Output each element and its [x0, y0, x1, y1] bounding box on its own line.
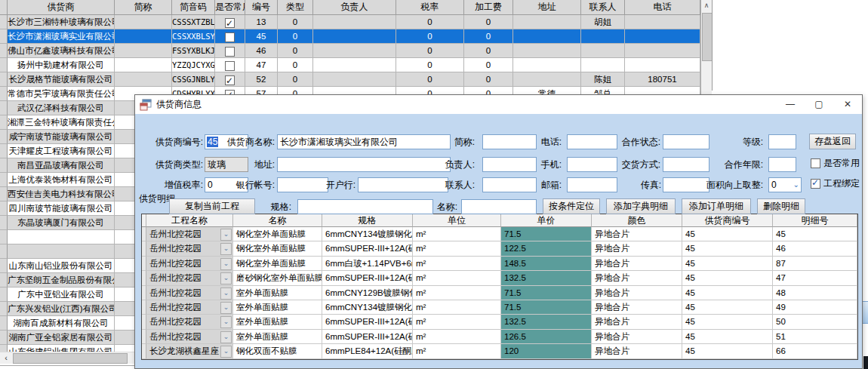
cell-name[interactable]: 武汉亿泽科技有限公司 [8, 101, 115, 115]
spec-cell[interactable]: 6mm白玻+1.14PVB+6mm... [322, 257, 413, 271]
cell-name[interactable]: 四川南玻节能玻璃有限公司 [8, 201, 115, 216]
column-header-name[interactable]: 供货商 [8, 0, 115, 15]
name-cell[interactable]: 室外单面贴膜 [233, 330, 322, 344]
spec-cell[interactable]: 6mmCNY129B镀膜钢化 [322, 286, 413, 300]
add-dict-detail-button[interactable]: 添加字典明细 [606, 198, 676, 214]
common-use-checkbox[interactable] [225, 32, 235, 42]
row-header[interactable] [0, 101, 8, 115]
cell-code[interactable]: CSSGJNBLYXGS [172, 72, 215, 87]
row-header[interactable] [0, 87, 8, 101]
spec-cell[interactable]: 6mmSUPER-III+12A(硅... [322, 271, 413, 285]
name-cell[interactable]: 钢化室外单面贴膜 [233, 257, 322, 271]
cell-abbr[interactable] [115, 58, 172, 72]
detail-no-cell[interactable]: 48 [773, 286, 857, 300]
project-name-cell[interactable]: 岳州北控花园⌄ [146, 315, 233, 329]
cell-fee[interactable]: 0 [464, 15, 513, 29]
cell-phone[interactable] [625, 44, 700, 58]
cell-common[interactable] [215, 58, 245, 72]
column-header-common[interactable]: 是否常用 [215, 0, 245, 15]
add-order-detail-button[interactable]: 添加订单明细 [682, 198, 751, 214]
cell-common[interactable] [215, 29, 245, 44]
cell-name[interactable]: 长沙晟格节能玻璃有限公司 [8, 72, 115, 87]
unit-cell[interactable]: m² [413, 286, 501, 300]
address-input[interactable] [277, 157, 451, 172]
cell-addr[interactable] [513, 58, 581, 72]
chevron-down-icon[interactable]: ⌄ [220, 346, 232, 358]
unit-cell[interactable]: m² [413, 344, 501, 358]
cell-addr[interactable] [513, 29, 581, 44]
cell-id[interactable]: 52 [245, 72, 278, 87]
supplier-no-cell[interactable]: 45 [682, 330, 773, 344]
cell-tax[interactable]: 0 [396, 44, 464, 58]
unit-price-cell[interactable]: 120 [501, 344, 592, 358]
color-cell[interactable]: 异地合片 [592, 271, 682, 285]
grid-column-header-0[interactable]: 工程名称 [146, 214, 233, 227]
cell-tax[interactable]: 0 [396, 72, 464, 87]
row-header[interactable] [0, 29, 8, 44]
supplier-no-cell[interactable]: 45 [682, 300, 773, 315]
cell-fee[interactable]: 0 [464, 72, 513, 87]
cell-name[interactable] [8, 230, 115, 244]
project-name-cell[interactable]: 长沙龙湖祺鑫星座⌄ [146, 344, 233, 358]
row-header[interactable] [0, 345, 8, 352]
cell-code[interactable]: CSSXXBLSY.. [172, 29, 215, 44]
common-use-checkbox[interactable] [225, 61, 235, 71]
email-input[interactable] [567, 177, 617, 192]
cell-name[interactable]: 广东坚朗五金制品股份有限公司 [8, 273, 115, 288]
cell-abbr[interactable] [115, 44, 172, 58]
supplier-name-input[interactable] [277, 134, 451, 149]
cell-fee[interactable]: 0 [464, 58, 513, 72]
name-cell[interactable]: 钢化双面不贴膜 [233, 344, 322, 358]
cell-tax[interactable]: 0 [396, 29, 464, 44]
spec-cell[interactable]: 6mmSUPER-III+12A(硅... [322, 330, 413, 344]
cell-contact[interactable]: 胡姐 [581, 15, 625, 29]
row-header[interactable] [0, 44, 8, 58]
cell-type[interactable]: 0 [278, 44, 313, 58]
cell-name[interactable]: 佛山市亿鑫玻璃科技有限公司 [8, 44, 115, 58]
column-header-contact[interactable]: 联系人 [581, 0, 625, 15]
unit-price-cell[interactable]: 132.5 [501, 315, 592, 329]
detail-grid-row[interactable]: 岳州北控花园⌄磨砂钢化室外单面贴膜6mmSUPER-III+12A(硅...m²… [142, 271, 857, 285]
row-header[interactable] [0, 273, 8, 288]
cell-name[interactable]: 广东中亚铝业有限公司 [8, 288, 115, 302]
detail-no-cell[interactable]: 47 [773, 271, 857, 285]
coop-status-input[interactable] [663, 134, 709, 149]
color-cell[interactable]: 异地合片 [592, 286, 682, 300]
dialog-titlebar[interactable]: 供货商信息 — ▢ ✕ [135, 95, 862, 114]
cell-manager[interactable] [313, 44, 396, 58]
row-header[interactable] [0, 259, 8, 273]
column-header-phone[interactable]: 电话 [625, 0, 700, 15]
row-header[interactable] [0, 244, 8, 259]
detail-no-cell[interactable]: 46 [773, 241, 857, 256]
maximize-button[interactable]: ▢ [805, 95, 833, 114]
row-header[interactable] [0, 331, 8, 345]
cell-name[interactable]: 山东南山铝业股份有限公司 [8, 259, 115, 273]
spec-cell[interactable]: 6mmCNY134镀膜钢化 [322, 227, 413, 241]
cell-addr[interactable] [513, 72, 581, 87]
cell-contact[interactable]: 陈姐 [581, 72, 625, 87]
scroll-left-icon[interactable]: ‹ [0, 352, 12, 364]
close-button[interactable]: ✕ [833, 95, 862, 114]
unit-cell[interactable]: m² [413, 257, 501, 271]
supplier-no-cell[interactable]: 45 [682, 257, 773, 271]
supplier-no-cell[interactable]: 45 [682, 315, 773, 329]
cell-name[interactable]: 山东华建铝业集团有限公司 [8, 345, 115, 352]
unit-cell[interactable]: m² [413, 300, 501, 315]
cell-code[interactable]: FSSYXBLKJ.. [172, 44, 215, 58]
column-header-id[interactable]: 编号 [245, 0, 278, 15]
save-return-button[interactable]: 存盘返回 [809, 134, 856, 149]
cell-phone[interactable] [625, 15, 700, 29]
name-cell[interactable]: 室外单面贴膜 [233, 300, 322, 315]
cell-name[interactable]: 东晶玻璃厦门有限公司 [8, 216, 115, 230]
detail-no-cell[interactable]: 87 [773, 257, 857, 271]
cell-name[interactable]: 常德市昊宇玻璃有限责任公司 [8, 87, 115, 101]
color-cell[interactable]: 异地合片 [592, 257, 682, 271]
detail-grid-row[interactable]: 岳州北控花园⌄室外单面贴膜6mmCNY129B镀膜钢化m²71.5异地合片454… [142, 286, 857, 300]
unit-price-cell[interactable]: 122.5 [501, 241, 592, 256]
unit-price-cell[interactable]: 71.5 [501, 300, 592, 315]
project-name-cell[interactable]: 岳州北控花园⌄ [146, 271, 233, 285]
column-header-type[interactable]: 类型 [278, 0, 313, 15]
column-header-tax[interactable]: 税率 [396, 0, 464, 15]
grid-column-header-4[interactable]: 单价 [501, 214, 592, 227]
grade-input[interactable] [768, 134, 796, 149]
